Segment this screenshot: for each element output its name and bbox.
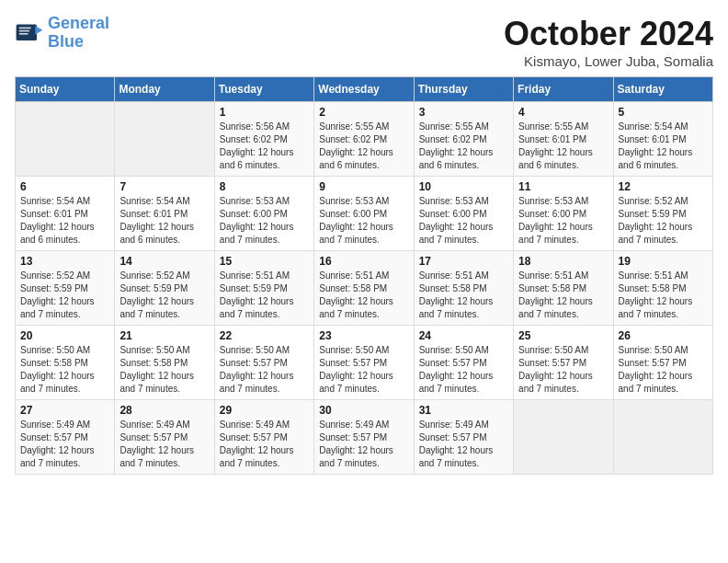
day-number: 25 (518, 329, 608, 342)
day-info: Sunrise: 5:55 AM Sunset: 6:02 PM Dayligh… (419, 121, 508, 172)
day-info: Sunrise: 5:49 AM Sunset: 5:57 PM Dayligh… (119, 419, 209, 470)
calendar-week-row: 27Sunrise: 5:49 AM Sunset: 5:57 PM Dayli… (16, 400, 713, 475)
day-info: Sunrise: 5:50 AM Sunset: 5:57 PM Dayligh… (518, 344, 608, 396)
day-number: 15 (220, 255, 309, 268)
calendar-cell: 20Sunrise: 5:50 AM Sunset: 5:58 PM Dayli… (16, 326, 115, 400)
day-number: 12 (619, 180, 708, 193)
day-info: Sunrise: 5:50 AM Sunset: 5:57 PM Dayligh… (319, 344, 408, 396)
day-number: 17 (419, 255, 508, 268)
calendar-cell: 7Sunrise: 5:54 AM Sunset: 6:01 PM Daylig… (115, 177, 214, 251)
calendar-cell: 25Sunrise: 5:50 AM Sunset: 5:57 PM Dayli… (514, 326, 613, 400)
day-info: Sunrise: 5:49 AM Sunset: 5:57 PM Dayligh… (419, 419, 508, 470)
calendar-cell: 17Sunrise: 5:51 AM Sunset: 5:58 PM Dayli… (414, 251, 513, 326)
calendar-cell: 21Sunrise: 5:50 AM Sunset: 5:58 PM Dayli… (115, 326, 214, 400)
calendar-cell: 6Sunrise: 5:54 AM Sunset: 6:01 PM Daylig… (16, 177, 115, 251)
day-number: 6 (20, 180, 109, 193)
calendar-cell (613, 400, 712, 475)
calendar-week-row: 1Sunrise: 5:56 AM Sunset: 6:02 PM Daylig… (16, 102, 713, 177)
calendar-cell: 11Sunrise: 5:53 AM Sunset: 6:00 PM Dayli… (514, 177, 613, 251)
day-number: 1 (220, 106, 309, 119)
day-info: Sunrise: 5:51 AM Sunset: 5:58 PM Dayligh… (319, 270, 408, 321)
calendar-cell: 5Sunrise: 5:54 AM Sunset: 6:01 PM Daylig… (613, 102, 712, 177)
calendar-cell: 31Sunrise: 5:49 AM Sunset: 5:57 PM Dayli… (414, 400, 513, 475)
day-info: Sunrise: 5:56 AM Sunset: 6:02 PM Dayligh… (220, 121, 309, 172)
weekday-header: Saturday (613, 77, 712, 102)
calendar-cell: 13Sunrise: 5:52 AM Sunset: 5:59 PM Dayli… (16, 251, 115, 326)
calendar-table: SundayMondayTuesdayWednesdayThursdayFrid… (15, 76, 713, 475)
day-number: 31 (419, 404, 508, 417)
calendar-cell: 3Sunrise: 5:55 AM Sunset: 6:02 PM Daylig… (414, 102, 513, 177)
weekday-header: Wednesday (314, 77, 414, 102)
day-info: Sunrise: 5:54 AM Sunset: 6:01 PM Dayligh… (119, 195, 209, 247)
day-number: 24 (419, 329, 508, 342)
svg-rect-4 (19, 33, 28, 35)
calendar-cell (115, 102, 214, 177)
day-number: 13 (20, 255, 109, 268)
day-number: 10 (419, 180, 508, 193)
day-number: 21 (119, 329, 209, 342)
month-title: October 2024 (504, 15, 713, 53)
title-block: October 2024 Kismayo, Lower Juba, Somali… (504, 15, 713, 69)
calendar-cell: 4Sunrise: 5:55 AM Sunset: 6:01 PM Daylig… (514, 102, 613, 177)
calendar-cell: 29Sunrise: 5:49 AM Sunset: 5:57 PM Dayli… (214, 400, 313, 475)
day-info: Sunrise: 5:50 AM Sunset: 5:57 PM Dayligh… (220, 344, 309, 396)
day-info: Sunrise: 5:52 AM Sunset: 5:59 PM Dayligh… (619, 195, 708, 247)
day-number: 2 (319, 106, 408, 119)
calendar-header-row: SundayMondayTuesdayWednesdayThursdayFrid… (16, 77, 713, 102)
day-number: 30 (319, 404, 408, 417)
day-number: 9 (319, 180, 408, 193)
day-info: Sunrise: 5:52 AM Sunset: 5:59 PM Dayligh… (20, 270, 109, 321)
calendar-cell: 1Sunrise: 5:56 AM Sunset: 6:02 PM Daylig… (214, 102, 313, 177)
calendar-cell: 16Sunrise: 5:51 AM Sunset: 5:58 PM Dayli… (314, 251, 414, 326)
weekday-header: Monday (115, 77, 214, 102)
calendar-week-row: 13Sunrise: 5:52 AM Sunset: 5:59 PM Dayli… (16, 251, 713, 326)
logo-icon (15, 18, 44, 48)
svg-marker-1 (35, 26, 42, 35)
logo-text: General Blue (48, 15, 109, 52)
day-number: 29 (220, 404, 309, 417)
page-header: General Blue October 2024 Kismayo, Lower… (15, 15, 713, 69)
calendar-cell: 9Sunrise: 5:53 AM Sunset: 6:00 PM Daylig… (314, 177, 414, 251)
day-info: Sunrise: 5:50 AM Sunset: 5:57 PM Dayligh… (419, 344, 508, 396)
calendar-cell: 24Sunrise: 5:50 AM Sunset: 5:57 PM Dayli… (414, 326, 513, 400)
weekday-header: Friday (514, 77, 613, 102)
weekday-header: Sunday (16, 77, 115, 102)
svg-rect-3 (19, 30, 29, 32)
day-info: Sunrise: 5:51 AM Sunset: 5:58 PM Dayligh… (419, 270, 508, 321)
calendar-cell: 12Sunrise: 5:52 AM Sunset: 5:59 PM Dayli… (613, 177, 712, 251)
svg-rect-2 (19, 27, 31, 29)
svg-rect-0 (17, 24, 37, 40)
day-number: 28 (119, 404, 209, 417)
calendar-cell (514, 400, 613, 475)
day-number: 19 (619, 255, 708, 268)
calendar-cell: 28Sunrise: 5:49 AM Sunset: 5:57 PM Dayli… (115, 400, 214, 475)
calendar-cell: 14Sunrise: 5:52 AM Sunset: 5:59 PM Dayli… (115, 251, 214, 326)
day-number: 27 (20, 404, 109, 417)
weekday-header: Tuesday (214, 77, 313, 102)
day-info: Sunrise: 5:53 AM Sunset: 6:00 PM Dayligh… (419, 195, 508, 247)
calendar-cell: 19Sunrise: 5:51 AM Sunset: 5:58 PM Dayli… (613, 251, 712, 326)
calendar-cell: 2Sunrise: 5:55 AM Sunset: 6:02 PM Daylig… (314, 102, 414, 177)
day-info: Sunrise: 5:49 AM Sunset: 5:57 PM Dayligh… (319, 419, 408, 470)
day-info: Sunrise: 5:50 AM Sunset: 5:58 PM Dayligh… (119, 344, 209, 396)
day-number: 3 (419, 106, 508, 119)
day-info: Sunrise: 5:53 AM Sunset: 6:00 PM Dayligh… (518, 195, 608, 247)
day-info: Sunrise: 5:54 AM Sunset: 6:01 PM Dayligh… (20, 195, 109, 247)
calendar-cell: 27Sunrise: 5:49 AM Sunset: 5:57 PM Dayli… (16, 400, 115, 475)
location-subtitle: Kismayo, Lower Juba, Somalia (504, 53, 713, 69)
calendar-week-row: 6Sunrise: 5:54 AM Sunset: 6:01 PM Daylig… (16, 177, 713, 251)
day-info: Sunrise: 5:55 AM Sunset: 6:01 PM Dayligh… (518, 121, 608, 172)
calendar-cell: 8Sunrise: 5:53 AM Sunset: 6:00 PM Daylig… (214, 177, 313, 251)
day-number: 18 (518, 255, 608, 268)
day-number: 16 (319, 255, 408, 268)
calendar-cell: 18Sunrise: 5:51 AM Sunset: 5:58 PM Dayli… (514, 251, 613, 326)
day-number: 14 (119, 255, 209, 268)
calendar-week-row: 20Sunrise: 5:50 AM Sunset: 5:58 PM Dayli… (16, 326, 713, 400)
day-info: Sunrise: 5:51 AM Sunset: 5:59 PM Dayligh… (220, 270, 309, 321)
day-number: 20 (20, 329, 109, 342)
day-info: Sunrise: 5:53 AM Sunset: 6:00 PM Dayligh… (319, 195, 408, 247)
day-info: Sunrise: 5:49 AM Sunset: 5:57 PM Dayligh… (20, 419, 109, 470)
calendar-cell: 26Sunrise: 5:50 AM Sunset: 5:57 PM Dayli… (613, 326, 712, 400)
day-info: Sunrise: 5:53 AM Sunset: 6:00 PM Dayligh… (220, 195, 309, 247)
day-info: Sunrise: 5:49 AM Sunset: 5:57 PM Dayligh… (220, 419, 309, 470)
